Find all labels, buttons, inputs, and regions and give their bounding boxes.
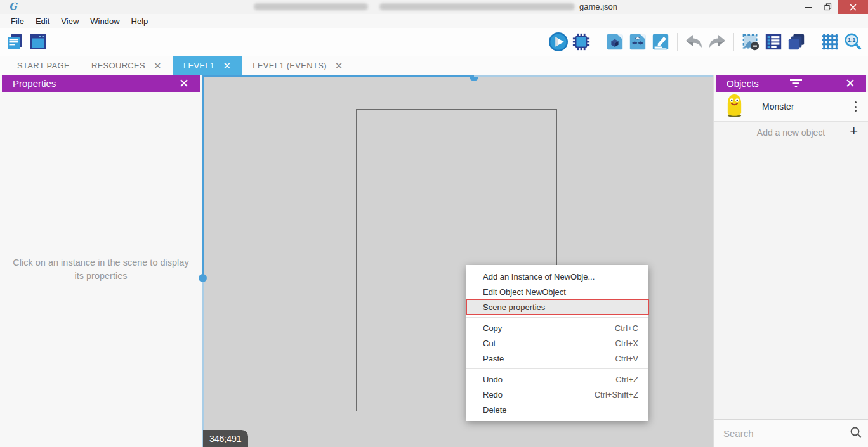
context-menu: Add an Instance of NewObje... Edit Objec… xyxy=(466,265,648,421)
svg-text:1:1: 1:1 xyxy=(848,37,856,43)
properties-panel: Properties ✕ Click on an instance in the… xyxy=(0,75,202,447)
toolbar-separator xyxy=(598,33,598,51)
menu-item-label: Redo xyxy=(483,390,503,399)
object-name: Monster xyxy=(762,101,794,112)
menu-item-label: Delete xyxy=(483,405,507,415)
zoom-1to1-icon[interactable]: 1:1 xyxy=(841,30,864,53)
close-button[interactable] xyxy=(838,0,868,14)
menu-item-paste[interactable]: Paste Ctrl+V xyxy=(466,351,648,366)
menu-item-label: Undo xyxy=(483,375,503,384)
objects-panel-title: Objects xyxy=(727,78,759,89)
menu-item-redo[interactable]: Redo Ctrl+Shift+Z xyxy=(466,387,648,402)
objects-editor-icon[interactable] xyxy=(739,30,762,53)
menu-item-label: Paste xyxy=(483,354,504,363)
tab-resources[interactable]: RESOURCES ✕ xyxy=(81,56,173,75)
tab-label: LEVEL1 (EVENTS) xyxy=(253,61,327,70)
gdevelop-window: G game.json File Edit View Window Help xyxy=(0,0,868,447)
vertical-scrollbar-handle[interactable] xyxy=(199,274,207,282)
horizontal-scrollbar-handle[interactable] xyxy=(470,77,478,81)
toolbar: 1:1 xyxy=(0,28,868,56)
search-icon[interactable] xyxy=(850,426,862,441)
menu-item-scene-properties[interactable]: Scene properties xyxy=(466,299,648,314)
tab-label: RESOURCES xyxy=(91,61,145,70)
restore-button[interactable] xyxy=(818,0,838,14)
minimize-button[interactable] xyxy=(798,0,818,14)
close-tab-icon[interactable]: ✕ xyxy=(223,61,231,70)
menu-view[interactable]: View xyxy=(55,16,84,26)
layers-editor-icon[interactable] xyxy=(785,30,808,53)
menu-item-shortcut: Ctrl+V xyxy=(615,354,638,363)
monster-yellow-icon xyxy=(726,94,743,120)
objects-panel: Objects ✕ Monster xyxy=(713,75,868,447)
redo-icon[interactable] xyxy=(706,30,728,53)
vertical-scrollbar[interactable] xyxy=(202,278,204,447)
debug-icon[interactable] xyxy=(570,30,593,53)
objects-search-row xyxy=(714,419,868,447)
add-object-icon[interactable] xyxy=(603,30,626,53)
menu-item-copy[interactable]: Copy Ctrl+C xyxy=(466,320,648,335)
cursor-coordinates: 346;491 xyxy=(203,430,248,447)
menu-edit[interactable]: Edit xyxy=(30,16,55,26)
close-tab-icon[interactable]: ✕ xyxy=(335,61,343,70)
edit-scene-icon[interactable] xyxy=(649,30,672,53)
menu-separator xyxy=(466,368,648,369)
menu-item-add-instance[interactable]: Add an Instance of NewObje... xyxy=(466,269,648,284)
menu-item-cut[interactable]: Cut Ctrl+X xyxy=(466,335,648,351)
svg-text:G: G xyxy=(9,1,18,11)
menu-item-shortcut: Ctrl+X xyxy=(615,339,638,348)
add-object-label: Add a new object xyxy=(757,127,825,138)
main-area: Properties ✕ Click on an instance in the… xyxy=(0,75,868,447)
menu-separator xyxy=(466,317,648,318)
tab-label: START PAGE xyxy=(17,61,70,70)
titlebar: G game.json xyxy=(0,0,868,14)
grid-icon[interactable] xyxy=(819,30,841,53)
menu-item-shortcut: Ctrl+C xyxy=(615,323,638,333)
toolbar-separator xyxy=(813,33,813,51)
add-object-row[interactable]: Add a new object + xyxy=(714,122,868,143)
tab-level1[interactable]: LEVEL1 ✕ xyxy=(173,56,242,75)
horizontal-scrollbar[interactable] xyxy=(202,75,474,77)
properties-panel-title: Properties xyxy=(13,78,56,89)
window-controls xyxy=(798,0,868,14)
redacted-title-segment xyxy=(379,3,575,10)
toolbar-separator xyxy=(733,33,734,51)
menu-item-label: Cut xyxy=(483,339,496,348)
menu-item-undo[interactable]: Undo Ctrl+Z xyxy=(466,372,648,387)
toolbar-separator xyxy=(677,33,678,51)
instances-list-icon[interactable] xyxy=(762,30,785,53)
tab-level1-events[interactable]: LEVEL1 (EVENTS) ✕ xyxy=(242,56,353,75)
project-manager-icon[interactable] xyxy=(4,30,27,53)
menu-item-shortcut: Ctrl+Shift+Z xyxy=(595,390,638,399)
menu-item-shortcut: Ctrl+Z xyxy=(615,375,638,384)
menu-item-edit-object[interactable]: Edit Object NewObject xyxy=(466,284,648,299)
horizontal-scrollbar[interactable] xyxy=(474,75,713,77)
close-panel-icon[interactable]: ✕ xyxy=(845,77,855,89)
close-panel-icon[interactable]: ✕ xyxy=(179,77,189,89)
tab-start-page[interactable]: START PAGE xyxy=(6,56,81,75)
menu-item-label: Scene properties xyxy=(483,302,545,312)
menu-item-label: Add an Instance of NewObje... xyxy=(483,272,595,282)
object-row-monster[interactable]: Monster xyxy=(714,92,868,122)
tab-label: LEVEL1 xyxy=(183,61,215,70)
menu-window[interactable]: Window xyxy=(84,16,125,26)
play-icon[interactable] xyxy=(547,30,570,53)
menu-file[interactable]: File xyxy=(5,16,30,26)
add-multiple-objects-icon[interactable] xyxy=(626,30,649,53)
vertical-scrollbar[interactable] xyxy=(202,75,204,278)
redacted-title-segment xyxy=(254,3,368,10)
objects-search-input[interactable] xyxy=(723,428,850,439)
close-tab-icon[interactable]: ✕ xyxy=(154,61,162,70)
menu-help[interactable]: Help xyxy=(126,16,154,26)
objects-panel-header: Objects ✕ xyxy=(716,75,866,92)
properties-empty-message: Click on an instance in the scene to dis… xyxy=(0,256,202,283)
filter-icon[interactable] xyxy=(790,79,802,87)
undo-icon[interactable] xyxy=(683,30,706,53)
menu-bar: File Edit View Window Help xyxy=(0,14,868,28)
menu-item-delete[interactable]: Delete xyxy=(466,402,648,417)
editor-tab-bar: START PAGE RESOURCES ✕ LEVEL1 ✕ LEVEL1 (… xyxy=(0,56,868,75)
properties-panel-header: Properties ✕ xyxy=(2,75,200,92)
plus-icon[interactable]: + xyxy=(850,123,858,139)
toolbar-separator xyxy=(55,33,55,51)
start-page-icon[interactable] xyxy=(27,30,49,53)
object-options-icon[interactable] xyxy=(852,98,859,115)
